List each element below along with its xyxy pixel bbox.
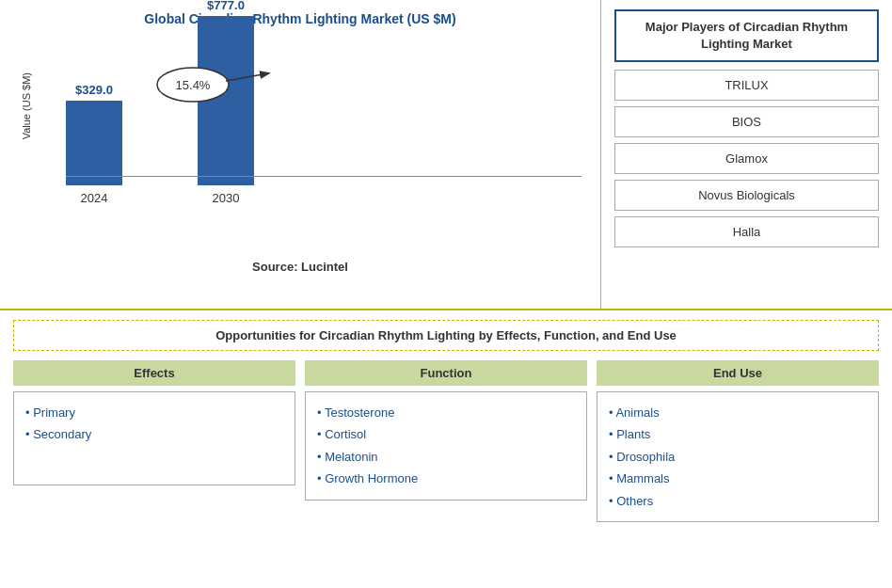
- player-item-glamox: Glamox: [614, 143, 879, 174]
- effects-item-0: Primary: [25, 402, 283, 423]
- player-item-trilux: TRILUX: [614, 70, 879, 101]
- function-content: Testosterone Cortisol Melatonin Growth H…: [305, 391, 587, 501]
- bar-label-2024: 2024: [81, 191, 108, 205]
- effects-item-1: Secondary: [25, 423, 283, 445]
- y-axis-label: Value (US $M): [21, 36, 32, 177]
- source-text: Source: Lucintel: [19, 260, 581, 274]
- enduse-item-2: Drosophila: [609, 446, 867, 468]
- function-item-3: Growth Hormone: [317, 468, 575, 489]
- bar-label-2030: 2030: [213, 191, 240, 205]
- enduse-column: End Use Animals Plants Drosophila Mammal…: [597, 360, 879, 522]
- players-title: Major Players of Circadian Rhythm Lighti…: [614, 9, 879, 62]
- bar-group-2024: $329.0 2024: [66, 83, 122, 205]
- annotation-area: 15.4%: [141, 64, 292, 151]
- bottom-section: Opportunities for Circadian Rhythm Light…: [0, 310, 892, 532]
- chart-area: Global Circadian Rhythm Lighting Market …: [0, 0, 600, 309]
- player-item-halla: Halla: [614, 216, 879, 247]
- function-column: Function Testosterone Cortisol Melatonin…: [305, 360, 587, 522]
- function-item-2: Melatonin: [317, 446, 575, 468]
- svg-line-2: [226, 73, 268, 81]
- enduse-header: End Use: [597, 360, 879, 386]
- function-item-1: Cortisol: [317, 423, 575, 445]
- effects-header: Effects: [13, 360, 295, 386]
- bar-value-2030: $777.0: [207, 0, 245, 12]
- opportunities-title: Opportunities for Circadian Rhythm Light…: [13, 320, 879, 351]
- players-panel: Major Players of Circadian Rhythm Lighti…: [600, 0, 892, 309]
- effects-column: Effects Primary Secondary: [13, 360, 295, 522]
- columns-wrapper: Effects Primary Secondary Function Testo…: [13, 360, 879, 522]
- bars-area: Value (US $M) $329.0 2024 $777.0 2030: [19, 36, 581, 205]
- function-header: Function: [305, 360, 587, 386]
- annotation-svg: 15.4%: [141, 64, 292, 149]
- player-item-bios: BIOS: [614, 106, 879, 137]
- enduse-content: Animals Plants Drosophila Mammals Others: [597, 391, 879, 522]
- enduse-item-1: Plants: [609, 423, 867, 445]
- effects-content: Primary Secondary: [13, 391, 295, 485]
- enduse-item-3: Mammals: [609, 468, 867, 489]
- chart-title: Global Circadian Rhythm Lighting Market …: [19, 11, 581, 26]
- player-item-novus: Novus Biologicals: [614, 180, 879, 211]
- chart-wrapper: Value (US $M) $329.0 2024 $777.0 2030: [19, 36, 581, 252]
- svg-text:15.4%: 15.4%: [176, 78, 211, 92]
- bar-2024: [66, 101, 122, 185]
- bar-value-2024: $329.0: [75, 83, 113, 97]
- function-item-0: Testosterone: [317, 402, 575, 423]
- x-axis-line: [66, 176, 581, 177]
- enduse-item-4: Others: [609, 490, 867, 512]
- enduse-item-0: Animals: [609, 402, 867, 423]
